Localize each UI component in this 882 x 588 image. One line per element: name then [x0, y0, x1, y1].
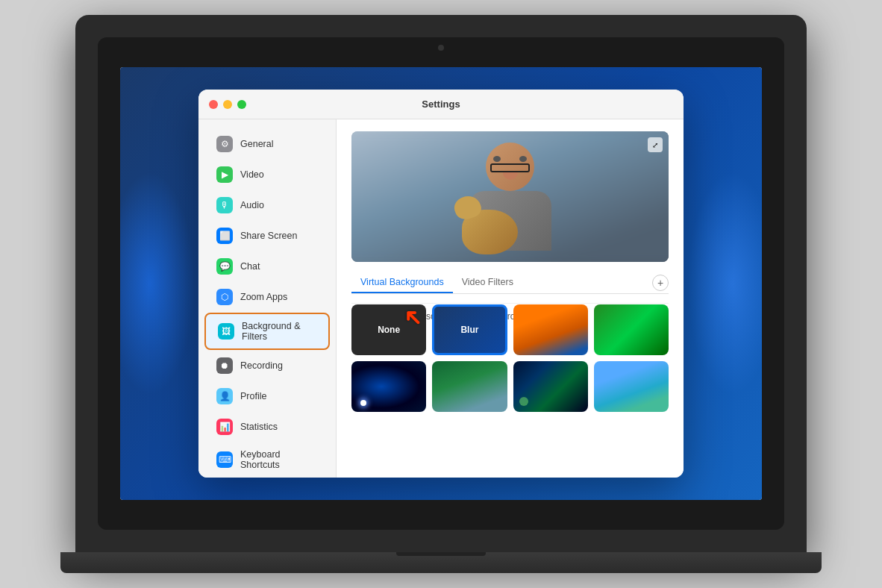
sidebar-label-profile: Profile: [240, 391, 266, 401]
sidebar: ⚙ General ▶ Video 🎙 Audio: [198, 119, 337, 478]
sidebar-item-statistics[interactable]: 📊 Statistics: [204, 412, 330, 442]
win-bloom-right: [687, 172, 762, 395]
bg-option-galaxy[interactable]: [351, 361, 426, 412]
share-screen-icon: ⬜: [216, 228, 233, 244]
trackpad-notch: [396, 552, 486, 556]
sidebar-label-background-filters: Background & Filters: [242, 321, 316, 342]
maximize-button[interactable]: [237, 100, 246, 109]
webcam-dot: [438, 45, 444, 51]
sidebar-item-video[interactable]: ▶ Video: [204, 160, 330, 190]
video-icon: ▶: [216, 166, 233, 183]
sidebar-label-share-screen: Share Screen: [240, 231, 297, 241]
laptop-bezel: Settings ⚙ General ▶: [98, 37, 784, 530]
sidebar-label-general: General: [240, 139, 273, 149]
statistics-icon: 📊: [216, 419, 233, 435]
sidebar-label-audio: Audio: [240, 200, 264, 210]
bg-option-blur[interactable]: Blur: [432, 304, 507, 355]
chat-icon: 💬: [216, 258, 233, 275]
sidebar-item-keyboard-shortcuts[interactable]: ⌨ Keyboard Shortcuts: [204, 442, 330, 477]
bg-option-aurora[interactable]: [513, 361, 588, 412]
win-bloom-left: [120, 172, 195, 395]
sidebar-label-statistics: Statistics: [240, 422, 278, 432]
sidebar-item-share-screen[interactable]: ⬜ Share Screen: [204, 221, 330, 251]
sidebar-item-recording[interactable]: ⏺ Recording: [204, 351, 330, 381]
laptop-wrapper: Settings ⚙ General ▶: [60, 15, 822, 573]
sidebar-item-background-filters[interactable]: 🖼 Background & Filters: [204, 313, 330, 350]
laptop-screen: Settings ⚙ General ▶: [120, 67, 762, 500]
sidebar-item-chat[interactable]: 💬 Chat: [204, 251, 330, 281]
main-content: ⤢ Virtual Backgrounds Video Filters +: [337, 119, 684, 478]
sidebar-label-recording: Recording: [240, 360, 283, 371]
sidebar-item-general[interactable]: ⚙ General: [204, 129, 330, 159]
sidebar-item-zoom-apps[interactable]: ⬡ Zoom Apps: [204, 282, 330, 312]
window-title: Settings: [422, 98, 460, 110]
title-bar: Settings: [198, 90, 684, 119]
tab-bar: Virtual Backgrounds Video Filters +: [351, 272, 669, 294]
traffic-lights: [209, 100, 246, 109]
sidebar-item-profile[interactable]: 👤 Profile: [204, 381, 330, 411]
add-background-button[interactable]: +: [652, 275, 669, 291]
laptop-outer: Settings ⚙ General ▶: [75, 15, 807, 552]
bg-option-bridge[interactable]: [432, 361, 507, 412]
general-icon: ⚙: [216, 136, 233, 152]
sidebar-label-chat: Chat: [240, 261, 260, 272]
zoom-apps-icon: ⬡: [216, 289, 233, 305]
profile-icon: 👤: [216, 388, 233, 404]
tab-virtual-backgrounds[interactable]: Virtual Backgrounds: [351, 272, 453, 293]
sidebar-item-audio[interactable]: 🎙 Audio: [204, 190, 330, 220]
close-button[interactable]: [209, 100, 218, 109]
settings-window: Settings ⚙ General ▶: [198, 90, 684, 478]
window-body: ⚙ General ▶ Video 🎙 Audio: [198, 119, 684, 478]
sidebar-label-video: Video: [240, 169, 264, 180]
camera-preview: ⤢: [351, 131, 669, 262]
sidebar-label-keyboard-shortcuts: Keyboard Shortcuts: [240, 449, 318, 470]
bg-option-green-nature[interactable]: [594, 304, 669, 355]
sidebar-label-zoom-apps: Zoom Apps: [240, 292, 287, 302]
bg-option-beach[interactable]: [594, 361, 669, 412]
preview-expand-button[interactable]: ⤢: [648, 137, 663, 152]
desktop-background: Settings ⚙ General ▶: [120, 67, 762, 500]
recording-icon: ⏺: [216, 357, 233, 374]
bg-option-golden-gate[interactable]: [513, 304, 588, 355]
keyboard-shortcuts-icon: ⌨: [216, 451, 233, 468]
minimize-button[interactable]: [223, 100, 232, 109]
background-filters-icon: 🖼: [218, 323, 234, 340]
audio-icon: 🎙: [216, 197, 233, 213]
laptop-base: [60, 552, 822, 573]
tab-video-filters[interactable]: Video Filters: [453, 272, 522, 293]
